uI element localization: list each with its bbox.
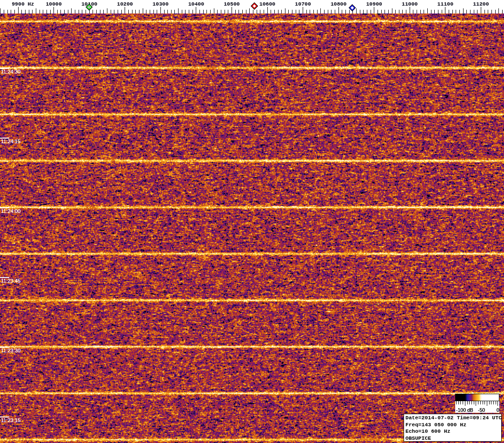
svg-text:10200: 10200 — [117, 1, 133, 7]
svg-text:10500: 10500 — [224, 1, 240, 7]
svg-text:10700: 10700 — [295, 1, 311, 7]
svg-text:10600: 10600 — [259, 1, 276, 7]
svg-text:10000: 10000 — [46, 1, 62, 7]
svg-text:9900: 9900 — [12, 1, 25, 7]
svg-text:11000: 11000 — [402, 1, 418, 7]
svg-text:10900: 10900 — [366, 1, 382, 7]
svg-text:Hz: Hz — [28, 1, 34, 7]
svg-text:10400: 10400 — [188, 1, 205, 7]
svg-text:11200: 11200 — [473, 1, 489, 7]
svg-text:10300: 10300 — [153, 1, 169, 7]
svg-text:11100: 11100 — [438, 1, 454, 7]
svg-text:10800: 10800 — [331, 1, 347, 7]
